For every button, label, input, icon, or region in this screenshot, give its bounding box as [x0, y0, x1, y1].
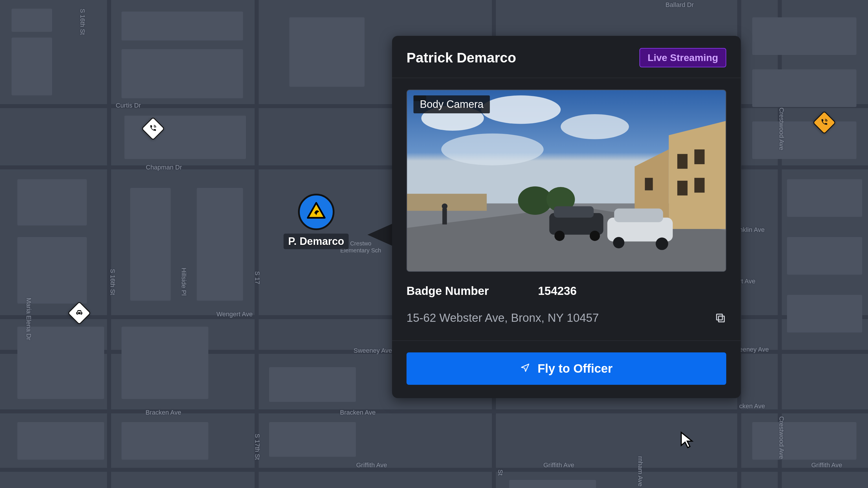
officer-marker[interactable]: P. Demarco [283, 194, 349, 249]
street-label: Ballard Dr [665, 1, 694, 9]
street-label: Crestwood Ave [778, 416, 785, 459]
navigate-icon [520, 362, 530, 376]
panel-pointer-icon [368, 223, 394, 246]
svg-rect-11 [677, 154, 687, 169]
street-label: Griffith Ave [811, 461, 842, 469]
street-label: Griffith Ave [356, 461, 387, 469]
map-block [289, 18, 365, 87]
video-source-label: Body Camera [413, 95, 490, 113]
street-label: Sweeney Ave [353, 347, 392, 354]
road [255, 0, 259, 488]
map-block [130, 188, 171, 301]
street-label: S 17 [253, 271, 261, 284]
body-camera-feed[interactable]: Body Camera [406, 90, 726, 272]
address-row: 15-62 Webster Ave, Bronx, NY 10457 [392, 297, 741, 327]
map-block [18, 237, 87, 303]
street-label: nklin Ave [739, 226, 765, 234]
street-label: S 16th St [109, 269, 116, 295]
copy-address-button[interactable] [715, 312, 726, 324]
map-block [18, 179, 87, 226]
map-block [197, 188, 243, 301]
street-label: eeney Ave [739, 346, 769, 353]
fly-to-officer-button[interactable]: Fly to Officer [406, 352, 726, 385]
map-block [122, 327, 208, 399]
street-label: Crestwood Ave [778, 107, 785, 150]
map-block [787, 295, 862, 332]
svg-rect-16 [407, 194, 487, 211]
map-block [752, 69, 857, 107]
svg-marker-1 [368, 223, 394, 246]
street-label: Hillside Pl [180, 268, 187, 296]
phone-icon [149, 124, 157, 133]
svg-rect-15 [645, 178, 653, 190]
map-block [752, 18, 857, 55]
svg-point-5 [561, 114, 629, 139]
svg-rect-27 [442, 208, 447, 224]
street-label: Bracken Ave [146, 409, 181, 416]
map-block [269, 422, 356, 457]
svg-rect-14 [694, 178, 705, 193]
incident-marker-vehicle-icon[interactable] [67, 301, 91, 325]
badge-number-value: 154236 [538, 285, 577, 297]
svg-point-25 [554, 231, 564, 241]
street-label: rnham Ave [637, 456, 644, 487]
svg-rect-12 [694, 150, 705, 164]
svg-rect-29 [718, 316, 724, 322]
map-block [122, 49, 243, 98]
phone-icon [820, 118, 828, 127]
svg-rect-20 [554, 206, 594, 218]
svg-point-23 [613, 237, 624, 248]
panel-header: Patrick Demarco Live Streaming [392, 36, 741, 78]
svg-point-24 [656, 238, 668, 250]
street-label: Griffith Ave [544, 461, 574, 469]
street-label: Wengert Ave [216, 311, 253, 318]
badge-number-row: Badge Number 154236 [392, 272, 741, 297]
street-label: Chapman Dr [146, 164, 182, 171]
live-streaming-badge[interactable]: Live Streaming [640, 48, 726, 67]
road [107, 0, 111, 488]
officer-name: Patrick Demarco [406, 50, 516, 66]
car-icon [75, 308, 83, 318]
svg-point-4 [481, 95, 561, 124]
map-block [124, 116, 246, 159]
svg-point-26 [590, 231, 600, 241]
divider [392, 340, 741, 341]
map-block [787, 179, 862, 217]
street-label: Bracken Ave [340, 409, 376, 416]
fly-to-officer-label: Fly to Officer [537, 362, 613, 376]
street-label: Curtis Dr [116, 102, 141, 109]
officer-marker-label: P. Demarco [283, 234, 349, 249]
officer-marker-dot [298, 194, 335, 230]
street-label: St [496, 469, 504, 476]
map-block [787, 237, 862, 274]
svg-point-6 [441, 134, 544, 165]
svg-marker-9 [669, 121, 726, 229]
map-block [122, 11, 243, 40]
svg-point-28 [442, 203, 447, 209]
svg-rect-22 [614, 208, 663, 222]
map-block [752, 122, 857, 159]
street-label: cken Ave [739, 402, 765, 410]
officer-detail-panel: Patrick Demarco Live Streaming [392, 36, 741, 398]
map-block [269, 367, 356, 402]
map-block [509, 480, 596, 488]
svg-marker-0 [308, 203, 324, 218]
map-block [11, 38, 52, 95]
officer-badge-icon [306, 201, 327, 223]
video-thumbnail [407, 90, 726, 271]
street-label: S 17th St [253, 434, 261, 460]
svg-rect-30 [717, 314, 722, 320]
badge-number-label: Badge Number [406, 285, 489, 297]
map-block [752, 422, 857, 460]
street-label: rt Ave [739, 278, 755, 285]
street-label: Maria Elena Dr [25, 298, 32, 340]
copy-icon [715, 312, 726, 324]
map-block [11, 9, 52, 32]
street-label: S 16th St [79, 9, 86, 35]
divider [392, 78, 741, 78]
svg-rect-13 [677, 181, 687, 195]
map-block [122, 422, 208, 460]
address-text: 15-62 Webster Ave, Bronx, NY 10457 [406, 312, 599, 324]
map-block [18, 422, 104, 460]
